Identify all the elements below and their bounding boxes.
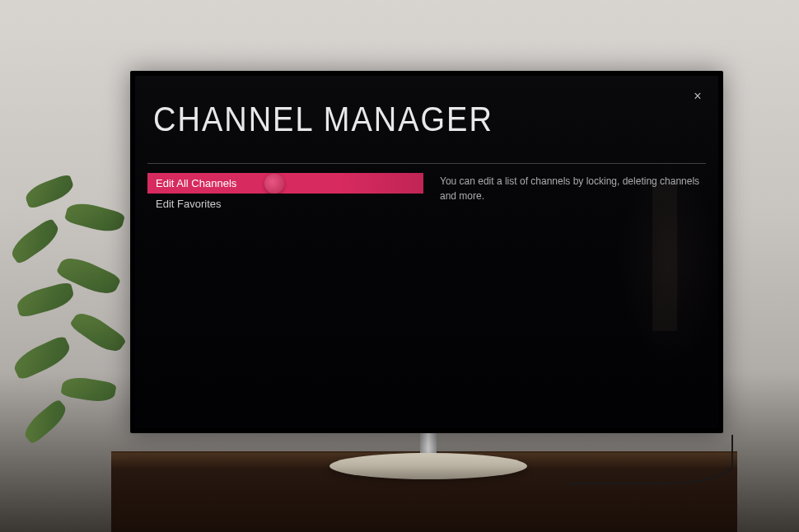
- cursor-pointer-icon: [264, 174, 284, 194]
- decorative-plant: [0, 165, 140, 494]
- page-title: CHANNEL MANAGER: [153, 100, 493, 139]
- screen-reflection: [652, 183, 677, 331]
- menu-list: Edit All Channels Edit Favorites: [147, 173, 423, 214]
- menu-item-label: Edit All Channels: [156, 177, 236, 189]
- cable: [568, 435, 733, 484]
- menu-description: You can edit a list of channels by locki…: [440, 174, 703, 203]
- tv-screen: × CHANNEL MANAGER Edit All Channels Edit…: [135, 76, 718, 428]
- header-divider: [147, 163, 706, 164]
- tv-stand: [329, 432, 527, 478]
- close-button[interactable]: ×: [689, 88, 706, 105]
- tv-frame: × CHANNEL MANAGER Edit All Channels Edit…: [130, 71, 723, 433]
- menu-item-edit-favorites[interactable]: Edit Favorites: [147, 194, 423, 214]
- menu-item-edit-all-channels[interactable]: Edit All Channels: [147, 173, 423, 194]
- menu-item-label: Edit Favorites: [156, 198, 221, 210]
